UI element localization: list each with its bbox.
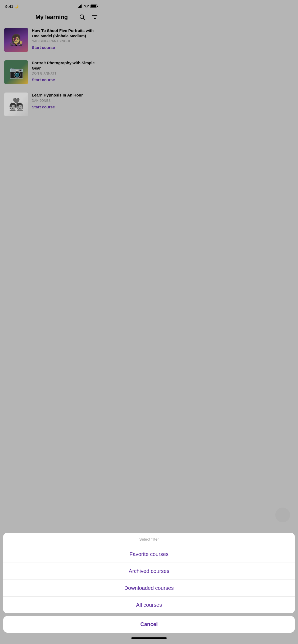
backdrop-overlay[interactable]: [0, 0, 103, 223]
